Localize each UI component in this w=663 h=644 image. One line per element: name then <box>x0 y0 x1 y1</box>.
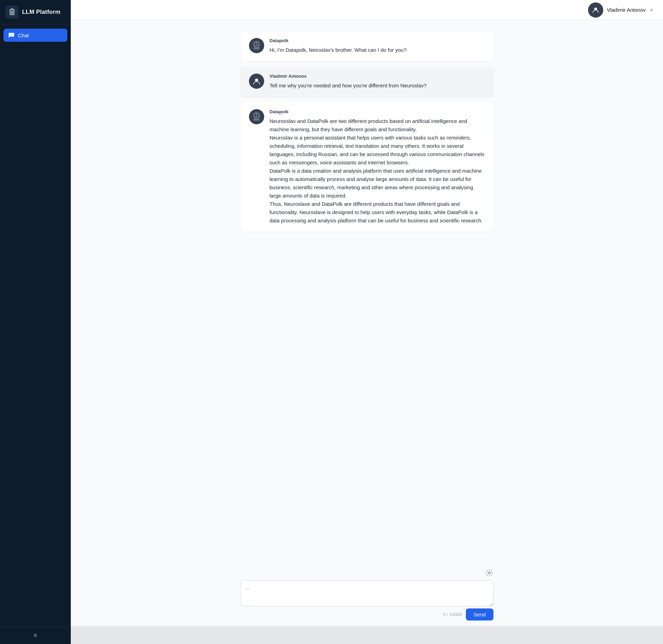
sidebar-header: LLM Platform <box>0 0 71 25</box>
menu-icon[interactable]: ≡ <box>33 632 37 639</box>
sidebar: LLM Platform Chat ≡ <box>0 0 71 644</box>
sidebar-footer: ≡ <box>0 627 71 644</box>
svg-point-3 <box>12 10 14 11</box>
input-controls: 0 / 10000 Send <box>232 569 502 621</box>
svg-rect-6 <box>13 14 13 15</box>
chat-messages-list: Datapolk Hi, I'm Datapolk, Neiroslav's b… <box>232 31 502 240</box>
message-input[interactable] <box>241 580 493 606</box>
svg-point-2 <box>10 10 12 11</box>
input-footer: 0 / 10000 Send <box>241 608 493 621</box>
app-title: LLM Platform <box>22 9 60 16</box>
svg-point-10 <box>257 43 258 45</box>
message-text-user: Tell me why you're needed and how you're… <box>270 81 485 90</box>
input-top-row <box>241 569 493 578</box>
chat-icon <box>8 32 15 38</box>
chevron-down-icon: ∨ <box>650 7 653 12</box>
sidebar-nav: Chat <box>0 25 71 627</box>
svg-point-12 <box>255 79 258 82</box>
char-count: 0 / 10000 <box>443 612 462 617</box>
svg-point-14 <box>254 114 256 116</box>
message-sender-1: Datapolk <box>270 38 485 43</box>
svg-rect-11 <box>253 47 260 49</box>
main-content: Vladimir Antonov ∨ Datapolk <box>71 0 663 644</box>
settings-icon[interactable] <box>486 569 493 578</box>
app-logo <box>6 6 19 19</box>
message-card-bot-long: Datapolk Neurooslav and DataPolk are two… <box>241 102 493 232</box>
user-avatar-msg <box>249 74 264 89</box>
message-body-bot-long: Datapolk Neurooslav and DataPolk are two… <box>270 109 485 225</box>
svg-point-9 <box>254 43 256 45</box>
message-body-user: Vladimir Antonov Tell me why you're need… <box>270 74 485 90</box>
user-avatar-topbar <box>588 2 603 18</box>
message-card: Datapolk Hi, I'm Datapolk, Neiroslav's b… <box>241 31 493 61</box>
chat-area: Datapolk Hi, I'm Datapolk, Neiroslav's b… <box>71 20 663 566</box>
message-sender-user: Vladimir Antonov <box>270 74 485 79</box>
user-menu[interactable]: Vladimir Antonov ∨ <box>588 2 653 18</box>
chat-nav-label: Chat <box>18 32 29 38</box>
sidebar-item-chat[interactable]: Chat <box>3 29 67 42</box>
topbar: Vladimir Antonov ∨ <box>71 0 663 20</box>
message-text-bot-long: Neurooslav and DataPolk are two differen… <box>270 117 485 225</box>
svg-point-17 <box>488 572 490 574</box>
svg-rect-16 <box>253 118 260 121</box>
message-card-user: Vladimir Antonov Tell me why you're need… <box>241 67 493 97</box>
svg-rect-5 <box>11 14 11 15</box>
bottom-bar <box>71 626 663 644</box>
message-body-1: Datapolk Hi, I'm Datapolk, Neiroslav's b… <box>270 38 485 54</box>
message-sender-bot-long: Datapolk <box>270 109 485 114</box>
input-area: 0 / 10000 Send <box>71 566 663 626</box>
svg-point-15 <box>257 114 258 116</box>
message-text-1: Hi, I'm Datapolk, Neiroslav's brother. W… <box>270 46 485 54</box>
send-button[interactable]: Send <box>466 608 493 621</box>
svg-point-1 <box>10 9 15 13</box>
user-name-label: Vladimir Antonov <box>607 7 646 13</box>
svg-rect-4 <box>10 13 15 15</box>
bot-avatar-2 <box>249 109 264 124</box>
bot-avatar-1 <box>249 38 264 53</box>
